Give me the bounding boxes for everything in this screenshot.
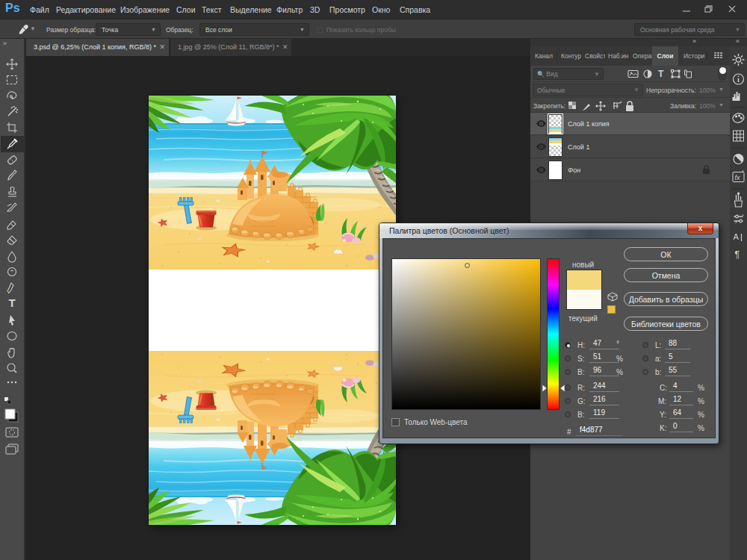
svg-text:T: T	[658, 69, 664, 79]
svg-text:»: »	[3, 40, 7, 47]
svg-text:fx: fx	[735, 174, 741, 181]
svg-text:¶: ¶	[735, 249, 740, 260]
svg-text:A: A	[734, 232, 740, 241]
svg-text:T: T	[8, 296, 15, 309]
